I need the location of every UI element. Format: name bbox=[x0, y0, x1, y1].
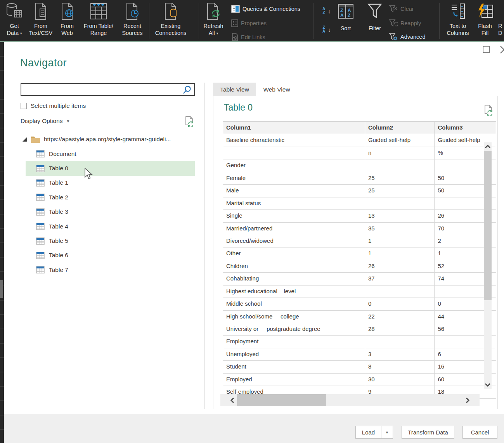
tree-item-table-6[interactable]: Table 6 bbox=[4, 248, 202, 263]
flash-fill-label-1: Flash bbox=[478, 22, 492, 29]
chevron-down-icon: ▼ bbox=[66, 119, 70, 123]
existing-connections-icon bbox=[163, 0, 179, 22]
table-row: Middle school00 bbox=[223, 298, 496, 310]
filter-button[interactable]: Filter bbox=[364, 0, 386, 41]
text-csv-file-icon bbox=[33, 0, 48, 22]
refresh-sources-icon[interactable] bbox=[185, 116, 194, 127]
refresh-all-icon bbox=[205, 0, 222, 22]
tree-item-table-2[interactable]: Table 2 bbox=[4, 190, 202, 204]
column-header-column2: Column2 bbox=[365, 122, 435, 134]
refresh-preview-icon[interactable] bbox=[484, 105, 494, 116]
horizontal-scrollbar[interactable] bbox=[220, 394, 480, 406]
table-cell: 35 bbox=[365, 223, 435, 235]
tree-item-label: Table 4 bbox=[49, 223, 68, 230]
table-row: Other11 bbox=[223, 247, 496, 260]
load-button[interactable]: Load bbox=[355, 426, 381, 439]
vertical-scroll-thumb[interactable] bbox=[484, 151, 492, 300]
tree-item-table-1[interactable]: Table 1 bbox=[4, 176, 202, 190]
table-row: Unemployed36 bbox=[223, 348, 496, 361]
advanced-filter-icon bbox=[389, 33, 398, 41]
advanced-filter-button[interactable]: Advanced bbox=[389, 33, 426, 41]
table-cell bbox=[223, 147, 365, 159]
tree-item-table-3[interactable]: Table 3 bbox=[4, 205, 202, 219]
table-cell: Single bbox=[223, 210, 365, 222]
search-input[interactable] bbox=[23, 85, 182, 94]
tab-table-view[interactable]: Table View bbox=[213, 83, 256, 96]
table-cell: 3 bbox=[365, 348, 435, 360]
scroll-left-icon[interactable] bbox=[230, 397, 235, 404]
table-cell: Female bbox=[223, 172, 365, 184]
tree-item-label: Table 6 bbox=[49, 252, 68, 259]
existing-connections-button[interactable]: Existing Connections bbox=[151, 0, 191, 41]
text-to-columns-button[interactable]: Text to Columns bbox=[445, 0, 471, 41]
display-options-dropdown[interactable]: Display Options ▼ bbox=[21, 118, 70, 125]
from-table-range-button[interactable]: From Table/ Range bbox=[80, 0, 117, 41]
from-text-csv-button[interactable]: From Text/CSV bbox=[27, 0, 54, 41]
edit-links-button: Edit Links bbox=[231, 33, 265, 41]
tab-web-view[interactable]: Web View bbox=[256, 83, 297, 96]
refresh-all-label-2: All ▾ bbox=[209, 29, 218, 37]
from-text-csv-label-2: Text/CSV bbox=[29, 29, 52, 36]
tree-item-table-0[interactable]: Table 0 bbox=[4, 161, 202, 175]
from-table-range-label-1: From Table/ bbox=[84, 22, 113, 29]
preview-pane: Table 0 Column1Column2Column3 Baseline c… bbox=[213, 96, 498, 409]
tree-root-url-label: https://apastyle.apa.org/style-grammar-g… bbox=[44, 136, 171, 143]
maximize-icon[interactable] bbox=[483, 46, 490, 53]
cancel-button[interactable]: Cancel bbox=[462, 426, 497, 439]
flash-fill-button[interactable]: Flash Fill bbox=[474, 0, 496, 41]
scroll-down-icon[interactable] bbox=[484, 382, 491, 388]
from-web-label-2: Web bbox=[61, 29, 73, 36]
table-range-icon bbox=[90, 0, 107, 22]
get-data-button[interactable]: Get Data ▾ bbox=[2, 0, 26, 41]
clipped-label-2: D bbox=[498, 29, 502, 36]
select-multiple-checkbox[interactable] bbox=[21, 103, 27, 109]
search-icon[interactable] bbox=[182, 85, 192, 95]
mouse-cursor bbox=[84, 168, 94, 180]
sort-ascending-button[interactable]: AZ ↓ bbox=[322, 7, 331, 15]
table-row: Employed3060 bbox=[223, 374, 496, 386]
scroll-up-icon[interactable] bbox=[484, 144, 491, 149]
pane-divider bbox=[204, 83, 205, 409]
table-row: Single1326 bbox=[223, 210, 496, 222]
load-dropdown-button[interactable]: ▼ bbox=[381, 426, 393, 439]
ribbon-separator bbox=[439, 3, 440, 39]
refresh-all-button[interactable]: Refresh All ▾ bbox=[201, 0, 226, 41]
table-cell: Cohabitating bbox=[223, 273, 365, 285]
tree-item-table-4[interactable]: Table 4 bbox=[4, 219, 202, 234]
tree-item-table-5[interactable]: Table 5 bbox=[4, 234, 202, 248]
remove-duplicates-button-clipped[interactable]: R D bbox=[498, 0, 504, 41]
tree-root-url[interactable]: https://apastyle.apa.org/style-grammar-g… bbox=[4, 132, 202, 147]
existing-connections-label-2: Connections bbox=[155, 29, 187, 36]
table-row: Divorced/widowed12 bbox=[223, 235, 496, 247]
recent-sources-button[interactable]: Recent Sources bbox=[118, 0, 147, 41]
svg-text:Z: Z bbox=[348, 13, 350, 18]
ribbon-separator bbox=[199, 3, 199, 39]
table-cell: 30 bbox=[365, 374, 435, 386]
table-row: Employment bbox=[223, 336, 496, 348]
vertical-scrollbar[interactable] bbox=[484, 142, 492, 389]
table-cell bbox=[365, 197, 435, 209]
recent-sources-label-2: Sources bbox=[122, 29, 142, 36]
table-row: n% bbox=[223, 147, 496, 159]
tree-item-label: Table 0 bbox=[49, 165, 68, 172]
table-cell: 13 bbox=[365, 210, 435, 222]
table-cell: 0 bbox=[365, 298, 435, 310]
from-web-button[interactable]: From Web bbox=[55, 0, 79, 41]
tree-item-label: Table 1 bbox=[49, 179, 68, 186]
sort-descending-button[interactable]: ZA ↓ bbox=[322, 26, 331, 33]
horizontal-scroll-thumb[interactable] bbox=[237, 394, 326, 406]
from-text-csv-label-1: From bbox=[34, 22, 47, 29]
table-cell: High school/some college bbox=[223, 311, 365, 323]
expanded-triangle-icon[interactable] bbox=[23, 137, 27, 142]
queries-connections-button[interactable]: Queries & Connections bbox=[231, 5, 300, 13]
transform-data-button[interactable]: Transform Data bbox=[402, 426, 454, 439]
tree-item-document[interactable]: Document bbox=[4, 147, 202, 161]
queries-connections-label: Queries & Connections bbox=[242, 6, 300, 12]
search-box bbox=[21, 83, 195, 96]
sort-dialog-icon: Z A A Z bbox=[338, 0, 354, 22]
close-icon[interactable] bbox=[499, 45, 504, 55]
sort-button[interactable]: Z A A Z Sort bbox=[335, 0, 356, 41]
tree-item-label: Table 5 bbox=[49, 237, 68, 244]
scroll-right-icon[interactable] bbox=[465, 397, 470, 404]
tree-item-table-7[interactable]: Table 7 bbox=[4, 263, 202, 277]
